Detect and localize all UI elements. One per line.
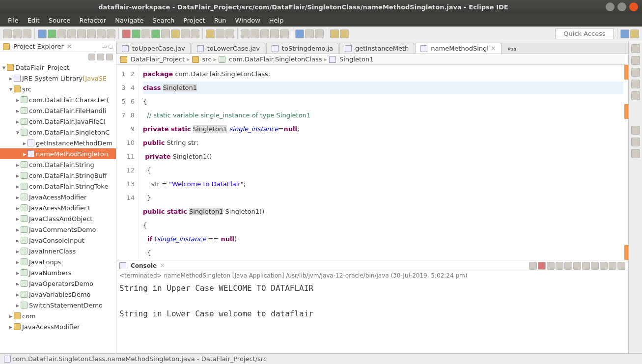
close-view-icon[interactable]: ✕ <box>67 43 72 50</box>
code-editor[interactable]: 1 2 3 4 5 6 7 8 9 10 11 12 13 14 package… <box>116 65 628 260</box>
close-console-icon[interactable]: ✕ <box>160 262 165 269</box>
tree-pkg[interactable]: ▸com.DataFlair.String <box>0 159 116 170</box>
tool-button[interactable] <box>87 29 96 38</box>
trim-button[interactable] <box>631 68 640 77</box>
trim-button[interactable] <box>631 138 640 146</box>
tool-button[interactable] <box>280 29 289 38</box>
tool-button[interactable] <box>315 29 324 38</box>
tree-pkg[interactable]: ▸JavaInnerClass <box>0 246 116 256</box>
tree-pkg[interactable]: ▾com.DataFlair.SingletonC <box>0 127 116 138</box>
perspective-open[interactable] <box>620 29 629 38</box>
tool-button[interactable] <box>151 29 160 38</box>
view-menu-button[interactable] <box>106 54 113 60</box>
tree-pkg[interactable]: ▸JavaVariablesDemo <box>0 289 116 300</box>
breadcrumb-item[interactable]: com.DataFlair.SingletonClass <box>229 56 322 63</box>
tree-pkg[interactable]: ▸JavaNumbers <box>0 267 116 278</box>
view-min-icon[interactable]: ▭ ▢ <box>102 44 113 49</box>
tree-folder[interactable]: ▸com <box>0 310 116 321</box>
tool-button[interactable] <box>241 29 250 38</box>
project-tree[interactable]: ▾DataFlair_Project ▸JRE System Library [… <box>0 62 116 353</box>
tool-button[interactable] <box>107 29 115 38</box>
tree-pkg[interactable]: ▸JavaCommentsDemo <box>0 224 116 235</box>
collapse-all-button[interactable] <box>88 54 95 60</box>
tree-project[interactable]: ▾DataFlair_Project <box>0 62 116 73</box>
tool-button[interactable] <box>216 29 224 38</box>
code-content[interactable]: package com.DataFlair.SingletonClass; cl… <box>139 65 628 260</box>
menu-help[interactable]: Help <box>265 16 288 25</box>
tool-button[interactable] <box>67 29 76 38</box>
tool-button[interactable] <box>161 29 170 38</box>
tab-namesingleton-active[interactable]: nameMethodSingl✕ <box>415 43 502 54</box>
tool-button[interactable] <box>270 29 279 38</box>
menu-run[interactable]: Run <box>210 16 230 25</box>
tab-toupper[interactable]: toUpperCase.jav <box>116 43 191 54</box>
tool-button[interactable] <box>295 29 304 38</box>
menu-navigate[interactable]: Navigate <box>111 16 147 25</box>
tree-pkg[interactable]: ▸JavaClassAndObject <box>0 213 116 224</box>
console-output[interactable]: String in Upper Case WELCOME TO DATAFLAI… <box>116 280 628 353</box>
trim-button[interactable] <box>631 56 640 65</box>
perspective-java[interactable] <box>630 29 639 38</box>
tool-button[interactable] <box>260 29 269 38</box>
terminate-button[interactable] <box>538 262 546 270</box>
tool-button[interactable] <box>77 29 86 38</box>
trim-button[interactable] <box>631 44 640 53</box>
console-btn[interactable] <box>573 262 581 270</box>
save-button[interactable] <box>13 29 22 38</box>
tab-getinstance[interactable]: getInstanceMeth <box>339 43 414 54</box>
menu-source[interactable]: Source <box>45 16 75 25</box>
close-button[interactable] <box>629 2 638 11</box>
tab-overflow[interactable]: »₂₃ <box>502 43 521 54</box>
minimize-button[interactable] <box>606 2 614 11</box>
tool-button[interactable] <box>206 29 215 38</box>
tree-file-selected[interactable]: ▸nameMethodSingleton <box>0 148 116 159</box>
console-btn[interactable] <box>547 262 555 270</box>
tool-button[interactable] <box>38 29 47 38</box>
run-button[interactable] <box>132 29 140 38</box>
breadcrumb-item[interactable]: Singleton1 <box>339 56 374 63</box>
tab-tostring[interactable]: toStringdemo.ja <box>266 43 338 54</box>
menu-window[interactable]: Window <box>231 16 264 25</box>
quick-access-input[interactable] <box>555 28 614 39</box>
tool-button[interactable] <box>141 29 150 38</box>
tree-pkg[interactable]: ▸JavaAcessModifier1 <box>0 202 116 213</box>
trim-button[interactable] <box>631 126 640 135</box>
tool-button[interactable] <box>251 29 259 38</box>
breadcrumb[interactable]: DataFlair_Project▸ src▸ com.DataFlair.Si… <box>116 54 628 65</box>
save-all-button[interactable] <box>23 29 31 38</box>
tool-button[interactable] <box>181 29 190 38</box>
trim-button[interactable] <box>631 149 640 158</box>
tree-src[interactable]: ▾src <box>0 84 116 94</box>
tool-button[interactable] <box>171 29 180 38</box>
tree-pkg[interactable]: ▸JavaConsoleInput <box>0 235 116 246</box>
maximize-button[interactable] <box>617 2 626 11</box>
tree-pkg[interactable]: ▸JavaAcessModifier <box>0 192 116 202</box>
link-editor-button[interactable] <box>97 54 104 60</box>
menu-search[interactable]: Search <box>148 16 178 25</box>
forward-button[interactable] <box>340 29 349 38</box>
tree-pkg[interactable]: ▸com.DataFlair.FileHandli <box>0 105 116 116</box>
tree-pkg[interactable]: ▸com.DataFlair.Character( <box>0 94 116 105</box>
tree-folder[interactable]: ▸JavaAcessModifier <box>0 321 116 332</box>
breadcrumb-item[interactable]: src <box>202 56 212 63</box>
menu-edit[interactable]: Edit <box>24 16 44 25</box>
tree-file[interactable]: ▸getInstanceMethodDem <box>0 138 116 148</box>
console-btn[interactable] <box>582 262 590 270</box>
menu-project[interactable]: Project <box>179 16 209 25</box>
menu-file[interactable]: File <box>4 16 23 25</box>
tool-button[interactable] <box>191 29 199 38</box>
console-btn[interactable] <box>617 262 625 270</box>
overview-ruler[interactable] <box>623 65 628 260</box>
console-btn[interactable] <box>564 262 572 270</box>
tree-jre[interactable]: ▸JRE System Library [JavaSE <box>0 73 116 84</box>
console-btn[interactable] <box>600 262 608 270</box>
tree-pkg[interactable]: ▸com.DataFlair.StringToke <box>0 181 116 192</box>
tree-pkg[interactable]: ▸com.DataFlair.JavaFileCl <box>0 116 116 127</box>
tab-tolower[interactable]: toLowerCase.jav <box>192 43 265 54</box>
tree-pkg[interactable]: ▸JavaOperatorsDemo <box>0 278 116 289</box>
back-button[interactable] <box>330 29 339 38</box>
close-tab-icon[interactable]: ✕ <box>491 45 496 52</box>
tree-pkg[interactable]: ▸JavaLoops <box>0 256 116 267</box>
trim-button[interactable] <box>631 80 640 88</box>
tree-pkg[interactable]: ▸com.DataFlair.StringBuff <box>0 170 116 181</box>
